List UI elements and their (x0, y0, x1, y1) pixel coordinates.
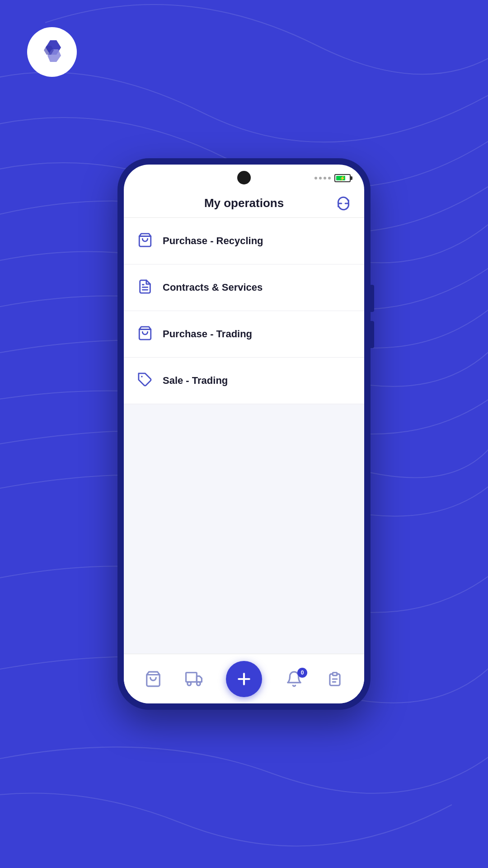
tag-icon (137, 372, 153, 389)
nav-plus-icon (235, 670, 253, 688)
phone-frame: ⚡ My operations (117, 158, 371, 710)
nav-item-reports[interactable] (326, 670, 343, 688)
signal-dot-4 (328, 177, 331, 179)
svg-rect-14 (333, 672, 337, 675)
item-label-contracts-services: Contracts & Services (163, 282, 263, 293)
list-item-purchase-recycling[interactable]: Purchase - Recycling (124, 218, 364, 264)
bottom-nav: 0 (124, 654, 364, 703)
refresh-icon (336, 196, 351, 211)
list-item-purchase-trading[interactable]: Purchase - Trading (124, 311, 364, 358)
nav-truck-icon (185, 670, 202, 688)
signal-dot-1 (314, 177, 317, 179)
svg-point-11 (197, 682, 200, 685)
cart-icon-trading (137, 326, 153, 343)
refresh-button[interactable] (333, 193, 353, 213)
menu-list: Purchase - Recycling Contracts & Service… (124, 218, 364, 654)
page-title: My operations (204, 196, 284, 210)
list-item-sale-trading[interactable]: Sale - Trading (124, 358, 364, 404)
nav-cart-icon (145, 670, 162, 688)
list-item-contracts-services[interactable]: Contracts & Services (124, 264, 364, 311)
battery-icon: ⚡ (334, 174, 351, 182)
signal-dot-2 (319, 177, 322, 179)
item-label-sale-trading: Sale - Trading (163, 375, 228, 387)
svg-rect-9 (186, 672, 197, 682)
status-bar: ⚡ (124, 165, 364, 192)
nav-item-purchase[interactable] (145, 670, 162, 688)
app-logo (27, 27, 77, 77)
nav-add-button[interactable] (226, 661, 262, 697)
cart-icon-recycling (137, 232, 153, 250)
phone-screen: ⚡ My operations (124, 165, 364, 703)
battery-lightning: ⚡ (339, 175, 346, 181)
item-label-purchase-recycling: Purchase - Recycling (163, 235, 263, 247)
status-right: ⚡ (314, 174, 351, 182)
svg-point-10 (188, 682, 191, 685)
document-icon (137, 279, 153, 296)
signal-dot-3 (324, 177, 326, 179)
item-label-purchase-trading: Purchase - Trading (163, 328, 252, 340)
nav-item-notifications[interactable]: 0 (286, 670, 303, 688)
header: My operations (124, 192, 364, 218)
notification-badge: 0 (297, 668, 307, 678)
camera-notch (237, 171, 251, 184)
nav-item-delivery[interactable] (185, 670, 202, 688)
signal-dots (314, 177, 331, 179)
nav-clipboard-icon (326, 670, 343, 688)
